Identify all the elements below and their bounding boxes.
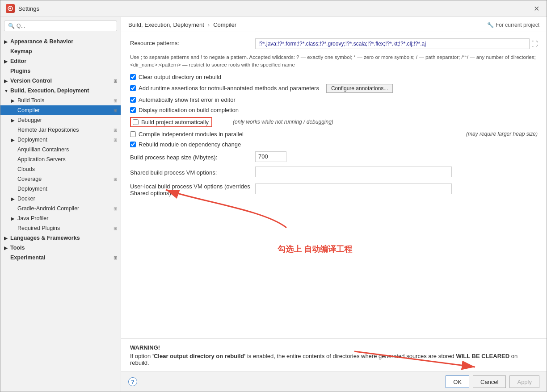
breadcrumb-path1: Build, Execution, Deployment: [128, 21, 204, 28]
help-button[interactable]: ?: [128, 377, 137, 386]
show-first-error-row: Automatically show first error in editor: [130, 96, 538, 103]
resource-patterns-label: Resource patterns:: [130, 38, 255, 46]
sidebar-item-label: Build, Execution, Deployment: [10, 88, 89, 94]
sidebar-item-label: Version Control: [10, 78, 52, 84]
add-runtime-checkbox[interactable]: [130, 85, 136, 91]
sidebar-item-label: Deployment: [17, 186, 47, 192]
sidebar-item-required-plugins[interactable]: Required Plugins⊞: [0, 223, 121, 233]
display-notification-label: Display notification on build completion: [139, 107, 239, 113]
svg-point-1: [9, 8, 11, 9]
sidebar-item-build-tools[interactable]: Build Tools⊞: [0, 96, 121, 105]
sidebar-item-version-control[interactable]: Version Control⊞: [0, 76, 121, 86]
sidebar-item-docker[interactable]: Docker: [0, 194, 121, 204]
sidebar-item-gradle-android-compiler[interactable]: Gradle-Android Compiler⊞: [0, 204, 121, 213]
compile-independent-label: Compile independent modules in parallel: [139, 131, 244, 138]
breadcrumb-path2: Compiler: [213, 21, 236, 28]
show-first-error-checkbox[interactable]: [130, 97, 136, 103]
badge-icon: ⊞: [114, 108, 117, 113]
resource-hint: Use ; to separate patterns and ! to nega…: [130, 54, 538, 69]
tree-triangle-icon: [4, 59, 8, 64]
add-runtime-row: Add runtime assertions for notnull-annot…: [130, 84, 538, 93]
tree-triangle-icon: [11, 216, 16, 221]
badge-icon: ⊞: [114, 138, 117, 142]
sidebar-item-label: Gradle-Android Compiler: [17, 205, 79, 212]
annotation-text: 勾选上 自动编译工程: [278, 244, 352, 254]
compile-independent-checkbox[interactable]: [130, 131, 136, 137]
tree-triangle-icon: [4, 236, 8, 241]
sidebar-item-coverage[interactable]: Coverage⊞: [0, 174, 121, 184]
warning-text: If option 'Clear output directory on reb…: [130, 353, 538, 366]
sidebar-item-deployment2[interactable]: Deployment: [0, 184, 121, 194]
title-bar-left: Settings: [6, 4, 39, 13]
apply-button[interactable]: Apply: [509, 375, 539, 388]
rebuild-module-label: Rebuild module on dependency change: [139, 141, 241, 148]
heap-size-label: Build process heap size (Mbytes):: [130, 153, 255, 161]
sidebar-item-tools[interactable]: Tools: [0, 243, 121, 253]
heap-size-row: Build process heap size (Mbytes):: [130, 151, 538, 162]
configure-annotations-button[interactable]: Configure annotations...: [326, 84, 393, 93]
sidebar-item-clouds[interactable]: Clouds: [0, 164, 121, 174]
sidebar-item-compiler[interactable]: Compiler⊞: [0, 105, 121, 115]
badge-icon: ⊞: [114, 79, 117, 83]
resource-patterns-input[interactable]: [255, 38, 530, 49]
cancel-button[interactable]: Cancel: [473, 375, 506, 388]
compile-independent-note: (may require larger heap size): [466, 131, 538, 137]
sidebar: 🔍 Appearance & BehaviorKeymapEditorPlugi…: [0, 17, 121, 392]
sidebar-item-experimental[interactable]: Experimental⊞: [0, 253, 121, 263]
clear-output-row: Clear output directory on rebuild: [130, 74, 538, 80]
sidebar-item-label: Plugins: [10, 68, 30, 74]
tree-triangle-icon: [11, 98, 16, 103]
build-project-auto-checkbox[interactable]: [133, 119, 139, 125]
sidebar-item-label: Tools: [10, 245, 25, 251]
badge-icon: ⊞: [114, 128, 117, 133]
settings-panel: Resource patterns: ⛶ Use ; to separate p…: [121, 32, 547, 338]
build-project-auto-label: Build project automatically: [141, 119, 209, 125]
tree-triangle-icon: [11, 196, 16, 201]
for-project-label: For current project: [496, 22, 539, 28]
tree-triangle-icon: [11, 118, 16, 123]
search-box: 🔍: [4, 21, 117, 31]
clear-output-checkbox[interactable]: [130, 74, 136, 80]
rebuild-module-row: Rebuild module on dependency change: [130, 141, 538, 148]
breadcrumb-bar: Build, Execution, Deployment › Compiler …: [121, 17, 547, 32]
sidebar-item-label: Clouds: [17, 166, 35, 172]
sidebar-item-label: Build Tools: [17, 97, 44, 104]
display-notification-row: Display notification on build completion: [130, 107, 538, 113]
close-button[interactable]: ✕: [532, 4, 541, 13]
build-project-row: Build project automatically (only works …: [130, 117, 538, 127]
sidebar-item-label: Remote Jar Repositories: [17, 127, 79, 133]
sidebar-item-appearance-behavior[interactable]: Appearance & Behavior: [0, 37, 121, 46]
badge-icon: ⊞: [114, 177, 117, 182]
search-input[interactable]: [17, 23, 113, 29]
sidebar-item-application-servers[interactable]: Application Servers: [0, 154, 121, 164]
badge-icon: ⊞: [114, 255, 117, 260]
badge-icon: ⊞: [114, 98, 117, 103]
footer: ? OK Cancel Apply: [121, 371, 547, 392]
resource-patterns-row: Resource patterns: ⛶: [130, 38, 538, 49]
sidebar-item-label: Coverage: [17, 176, 42, 182]
display-notification-checkbox[interactable]: [130, 107, 136, 113]
sidebar-item-label: Java Profiler: [17, 215, 48, 221]
sidebar-item-arquillian-containers[interactable]: Arquillian Containers: [0, 145, 121, 154]
sidebar-item-keymap[interactable]: Keymap: [0, 46, 121, 56]
expand-icon[interactable]: ⛶: [531, 40, 538, 47]
sidebar-item-debugger[interactable]: Debugger: [0, 115, 121, 125]
sidebar-item-build-execution-deployment[interactable]: Build, Execution, Deployment: [0, 86, 121, 96]
badge-icon: ⊞: [114, 226, 117, 231]
sidebar-item-editor[interactable]: Editor: [0, 56, 121, 66]
sidebar-item-remote-jar-repositories[interactable]: Remote Jar Repositories⊞: [0, 125, 121, 135]
tree-triangle-icon: [4, 79, 8, 83]
build-project-note: (only works while not running / debuggin…: [233, 119, 333, 125]
sidebar-item-languages-frameworks[interactable]: Languages & Frameworks: [0, 233, 121, 243]
sidebar-item-java-profiler[interactable]: Java Profiler: [0, 213, 121, 223]
heap-size-input[interactable]: [255, 151, 286, 162]
rebuild-module-checkbox[interactable]: [130, 142, 136, 147]
sidebar-item-deployment[interactable]: Deployment⊞: [0, 135, 121, 145]
clear-output-label: Clear output directory on rebuild: [139, 74, 221, 80]
project-icon: 🔧: [487, 22, 494, 28]
sidebar-item-plugins[interactable]: Plugins: [0, 66, 121, 76]
ok-button[interactable]: OK: [446, 375, 469, 388]
show-first-error-label: Automatically show first error in editor: [139, 96, 236, 103]
build-project-highlighted: Build project automatically: [130, 117, 212, 127]
sidebar-tree: Appearance & BehaviorKeymapEditorPlugins…: [0, 35, 121, 392]
